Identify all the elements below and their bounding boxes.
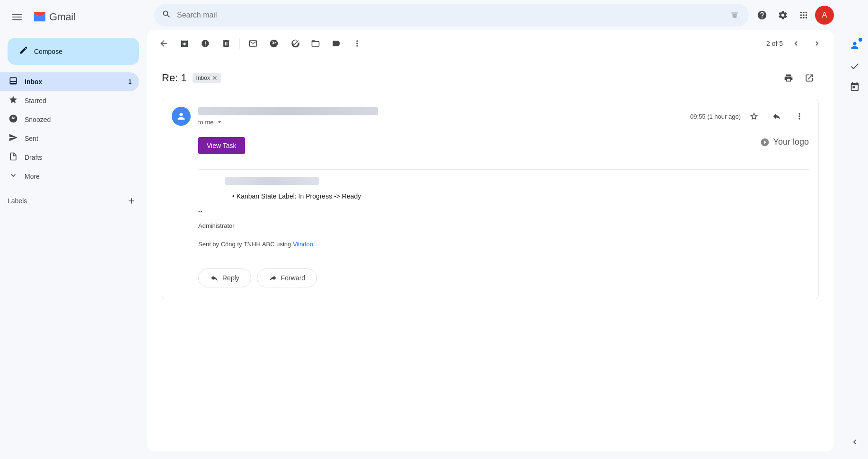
forward-button[interactable]: Forward bbox=[257, 268, 317, 287]
sent-label: Sent bbox=[25, 135, 132, 142]
view-task-button[interactable]: View Task bbox=[198, 137, 245, 154]
draft-icon bbox=[8, 152, 19, 164]
more-actions-button[interactable] bbox=[348, 34, 367, 53]
toolbar-separator-1 bbox=[239, 38, 240, 49]
search-input[interactable] bbox=[177, 11, 722, 19]
label-button[interactable] bbox=[327, 34, 346, 53]
snooze-button[interactable] bbox=[264, 34, 283, 53]
sidebar-item-inbox[interactable]: Inbox 1 bbox=[0, 72, 139, 91]
sidebar-item-more[interactable]: More bbox=[0, 167, 139, 186]
sidebar-nav: Inbox 1 Starred Snoozed Sent bbox=[0, 72, 147, 186]
reply-header-button[interactable] bbox=[767, 107, 786, 126]
star-icon bbox=[8, 95, 19, 107]
email-subject-row: Re: 1 Inbox ✕ bbox=[162, 69, 819, 87]
spam-button[interactable] bbox=[196, 34, 215, 53]
email-separator: -- bbox=[198, 208, 809, 215]
labels-add-button[interactable] bbox=[124, 193, 139, 208]
subject-blur bbox=[225, 177, 319, 185]
message-header: to me 09:55 (1 hour ago) bbox=[162, 99, 818, 133]
inbox-tag-close[interactable]: ✕ bbox=[212, 74, 218, 82]
sent-by: Sent by Công ty TNHH ABC using Viindoo bbox=[198, 241, 809, 248]
inbox-badge: 1 bbox=[122, 78, 132, 85]
more-label: More bbox=[25, 173, 132, 180]
your-logo: Your logo bbox=[760, 137, 809, 147]
search-filter-button[interactable] bbox=[728, 8, 741, 23]
sender-to[interactable]: to me bbox=[198, 118, 683, 126]
sender-name-blurred bbox=[198, 107, 378, 115]
pagination-text: 2 of 5 bbox=[766, 40, 783, 47]
viindoo-link[interactable]: Viindoo bbox=[293, 241, 313, 248]
compose-icon bbox=[19, 45, 28, 57]
email-area: 2 of 5 Re: 1 Inbox ✕ bbox=[147, 30, 834, 451]
right-panel-calendar-button[interactable] bbox=[845, 78, 864, 96]
search-icon bbox=[162, 9, 171, 21]
move-button[interactable] bbox=[306, 34, 325, 53]
task-button[interactable] bbox=[285, 34, 304, 53]
send-icon bbox=[8, 133, 19, 145]
contact-badge bbox=[859, 38, 862, 42]
gmail-logo-text: Gmail bbox=[49, 11, 75, 23]
settings-button[interactable] bbox=[773, 6, 792, 25]
svg-rect-0 bbox=[12, 14, 22, 15]
labels-title: Labels bbox=[8, 197, 27, 205]
inbox-icon bbox=[8, 76, 19, 88]
sidebar: Gmail Compose Inbox 1 Starred bbox=[0, 0, 147, 459]
sidebar-item-starred[interactable]: Starred bbox=[0, 91, 139, 110]
open-in-new-button[interactable] bbox=[800, 69, 819, 87]
snooze-icon bbox=[8, 114, 19, 126]
forward-label: Forward bbox=[281, 274, 305, 282]
email-toolbar: 2 of 5 bbox=[147, 30, 834, 57]
inbox-label: Inbox bbox=[25, 78, 116, 86]
right-panel-contact-button[interactable] bbox=[845, 36, 864, 55]
message-card: to me 09:55 (1 hour ago) bbox=[162, 99, 819, 299]
print-button[interactable] bbox=[779, 69, 798, 87]
sidebar-item-sent[interactable]: Sent bbox=[0, 129, 139, 148]
kanban-bullet: • Kanban State Label: In Progress -> Rea… bbox=[232, 192, 809, 200]
sidebar-item-snoozed[interactable]: Snoozed bbox=[0, 110, 139, 129]
prev-email-button[interactable] bbox=[787, 34, 806, 53]
apps-button[interactable] bbox=[794, 6, 813, 25]
gmail-logo: Gmail bbox=[32, 9, 75, 25]
email-subject: Re: 1 bbox=[162, 72, 187, 84]
snoozed-label: Snoozed bbox=[25, 116, 132, 123]
help-button[interactable] bbox=[753, 6, 772, 25]
right-panel bbox=[842, 0, 868, 459]
compose-label: Compose bbox=[34, 48, 62, 55]
email-divider bbox=[198, 169, 809, 170]
delete-button[interactable] bbox=[217, 34, 236, 53]
your-logo-text: Your logo bbox=[773, 137, 809, 147]
svg-rect-2 bbox=[12, 19, 22, 20]
right-panel-expand-button[interactable] bbox=[845, 433, 864, 451]
email-signature: Administrator bbox=[198, 222, 809, 229]
email-content: Re: 1 Inbox ✕ bbox=[147, 57, 834, 451]
star-button[interactable] bbox=[745, 107, 763, 126]
starred-label: Starred bbox=[25, 97, 132, 104]
sender-info: to me bbox=[198, 107, 683, 126]
inbox-tag: Inbox ✕ bbox=[193, 73, 221, 83]
drafts-label: Drafts bbox=[25, 154, 132, 161]
sender-avatar bbox=[172, 107, 191, 126]
message-body: View Task Your logo • Kanban State Label… bbox=[162, 133, 818, 257]
sidebar-header: Gmail bbox=[0, 4, 147, 34]
archive-button[interactable] bbox=[175, 34, 194, 53]
sidebar-item-drafts[interactable]: Drafts bbox=[0, 148, 139, 167]
labels-section: Labels bbox=[0, 190, 147, 212]
more-header-button[interactable] bbox=[790, 107, 809, 126]
reply-button[interactable]: Reply bbox=[198, 268, 251, 287]
hamburger-button[interactable] bbox=[8, 8, 26, 26]
back-button[interactable] bbox=[154, 34, 173, 53]
email-subject-actions bbox=[779, 69, 819, 87]
topbar: A bbox=[147, 0, 842, 30]
compose-button[interactable]: Compose bbox=[8, 38, 139, 65]
svg-rect-1 bbox=[12, 17, 22, 17]
right-panel-check-button[interactable] bbox=[845, 57, 864, 76]
user-avatar[interactable]: A bbox=[815, 6, 834, 25]
main-content: A bbox=[147, 0, 842, 459]
reply-label: Reply bbox=[222, 274, 239, 282]
email-reply-area: Reply Forward bbox=[162, 257, 818, 299]
mark-unread-button[interactable] bbox=[244, 34, 263, 53]
topbar-actions: A bbox=[753, 6, 834, 25]
timestamp: 09:55 (1 hour ago) bbox=[690, 113, 741, 120]
search-bar bbox=[154, 4, 749, 26]
next-email-button[interactable] bbox=[807, 34, 826, 53]
